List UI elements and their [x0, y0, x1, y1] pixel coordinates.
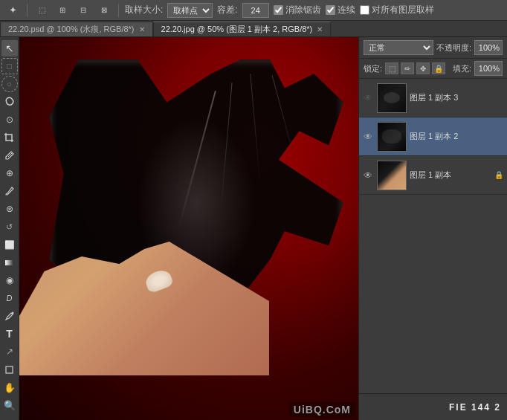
divider1	[27, 4, 28, 17]
tool-blur[interactable]: ◉	[1, 272, 18, 288]
anti-alias-checkbox[interactable]	[274, 5, 283, 15]
layer-info-1: 图层 1 副本	[410, 169, 491, 181]
layer-name-2: 图层 1 副本 2	[410, 131, 504, 142]
toolbar-icon1[interactable]: ⬚	[33, 2, 50, 19]
layer-row-3[interactable]: 👁 图层 1 副本 3	[359, 79, 507, 117]
layers-mode-row: 正常 不透明度:	[359, 37, 507, 59]
opacity-input[interactable]	[474, 40, 503, 55]
tool-hand[interactable]: ✋	[1, 379, 18, 395]
tool-marquee-ellipse[interactable]: ○	[1, 76, 18, 92]
left-toolbar: ↖ □ ○ ⊙ ⊕ ⊛ ↺ ⬜ ◉ D T ↗ ✋ 🔍	[0, 37, 19, 420]
magic-wand-icon[interactable]: ✦	[4, 2, 21, 19]
layer-row-1[interactable]: 👁 图层 1 副本 🔒	[359, 156, 507, 195]
layer-thumb-3	[377, 83, 407, 113]
layers-bottom-bar: FIE 144 2	[359, 393, 507, 420]
detection-text: FIE 144 2	[449, 402, 501, 413]
lock-icons-group: ⬚ ✏ ✥ 🔒	[385, 62, 445, 74]
tab-bar: 22.20.psd @ 100% (水痕, RGB/8*) ✕ 22.20.jp…	[0, 21, 507, 37]
tolerance-input[interactable]	[242, 3, 269, 18]
tool-eraser[interactable]: ⬜	[1, 236, 18, 253]
tool-move[interactable]: ↖	[1, 40, 18, 56]
tool-quick-select[interactable]: ⊙	[1, 112, 18, 128]
tolerance-label: 容差:	[217, 4, 237, 16]
contiguous-label: 连续	[338, 4, 355, 16]
layer-lock-icon-1: 🔒	[494, 170, 504, 181]
lock-label: 锁定:	[364, 63, 382, 74]
tab-jpg[interactable]: 22.20.jpg @ 50% (图层 1 副本 2, RGB/8*) ✕	[153, 22, 332, 36]
layer-row-2[interactable]: 👁 图层 1 副本 2	[359, 117, 507, 156]
top-toolbar: ✦ ⬚ ⊞ ⊟ ⊠ 取样大小: 取样点 容差: 消除锯齿 连续 对所有图层取样	[0, 0, 507, 21]
tab-jpg-close[interactable]: ✕	[317, 25, 323, 33]
tool-history-brush[interactable]: ↺	[1, 219, 18, 235]
anti-alias-group[interactable]: 消除锯齿	[274, 4, 321, 16]
tool-pen[interactable]	[1, 308, 18, 324]
lock-position-btn[interactable]: ✥	[416, 62, 430, 74]
tool-clone[interactable]: ⊛	[1, 201, 18, 217]
blend-mode-select[interactable]: 正常	[364, 40, 433, 55]
tab-jpg-label: 22.20.jpg @ 50% (图层 1 副本 2, RGB/8*)	[161, 24, 313, 35]
tool-brush[interactable]	[1, 183, 18, 199]
tab-psd-label: 22.20.psd @ 100% (水痕, RGB/8*)	[8, 24, 135, 35]
tab-psd[interactable]: 22.20.psd @ 100% (水痕, RGB/8*) ✕	[0, 22, 153, 36]
tool-text[interactable]: T	[1, 326, 18, 342]
fill-input[interactable]	[474, 61, 503, 76]
svg-rect-3	[6, 366, 13, 373]
tool-marquee-rect[interactable]: □	[1, 58, 18, 74]
layer-eye-1[interactable]: 👁	[362, 169, 374, 181]
layer-info-2: 图层 1 副本 2	[410, 131, 504, 142]
toolbar-icon3[interactable]: ⊟	[75, 2, 91, 19]
layer-thumb-1	[377, 161, 407, 190]
lock-all-btn[interactable]: 🔒	[432, 62, 445, 74]
divider2	[118, 4, 119, 17]
tool-crop[interactable]	[1, 129, 18, 146]
tool-zoom[interactable]: 🔍	[1, 397, 18, 413]
tool-heal[interactable]: ⊕	[1, 165, 18, 181]
lock-image-btn[interactable]: ✏	[401, 62, 414, 74]
sample-size-label: 取样大小:	[125, 4, 163, 16]
layer-name-1: 图层 1 副本	[410, 169, 491, 181]
tool-lasso[interactable]	[1, 94, 18, 110]
svg-rect-1	[5, 260, 13, 265]
anti-alias-label: 消除锯齿	[285, 4, 321, 16]
tool-eyedropper[interactable]	[1, 147, 18, 164]
svg-point-2	[12, 311, 14, 314]
main-area: ↖ □ ○ ⊙ ⊕ ⊛ ↺ ⬜ ◉ D T ↗ ✋ 🔍	[0, 37, 507, 420]
toolbar-icon2[interactable]: ⊞	[54, 2, 71, 19]
layer-eye-2[interactable]: 👁	[362, 131, 374, 143]
layer-thumb-2	[377, 122, 407, 152]
toolbar-icon4[interactable]: ⊠	[96, 2, 112, 19]
layer-eye-3[interactable]: 👁	[362, 92, 374, 104]
tool-shape[interactable]	[1, 361, 18, 378]
layer-info-3: 图层 1 副本 3	[410, 92, 504, 103]
sample-size-select[interactable]: 取样点	[167, 3, 213, 18]
tool-gradient[interactable]	[1, 254, 18, 271]
tool-path-select[interactable]: ↗	[1, 343, 18, 360]
contiguous-checkbox[interactable]	[326, 5, 335, 15]
layers-list: 👁 图层 1 副本 3 👁 图	[359, 79, 507, 393]
layers-lock-row: 锁定: ⬚ ✏ ✥ 🔒 填充:	[359, 59, 507, 79]
layer-name-3: 图层 1 副本 3	[410, 92, 504, 103]
layers-panel: 正常 不透明度: 锁定: ⬚ ✏ ✥ 🔒 填充: 👁	[358, 37, 507, 420]
all-layers-group[interactable]: 对所有图层取样	[360, 4, 434, 16]
lock-transparent-btn[interactable]: ⬚	[385, 62, 398, 74]
all-layers-label: 对所有图层取样	[372, 4, 434, 16]
all-layers-checkbox[interactable]	[360, 5, 369, 15]
opacity-label: 不透明度:	[436, 42, 471, 54]
contiguous-group[interactable]: 连续	[326, 4, 355, 16]
tool-dodge[interactable]: D	[1, 290, 18, 306]
tab-psd-close[interactable]: ✕	[139, 25, 145, 33]
canvas-area[interactable]: UiBQ.CoM	[19, 37, 358, 420]
fill-label: 填充:	[453, 63, 471, 74]
